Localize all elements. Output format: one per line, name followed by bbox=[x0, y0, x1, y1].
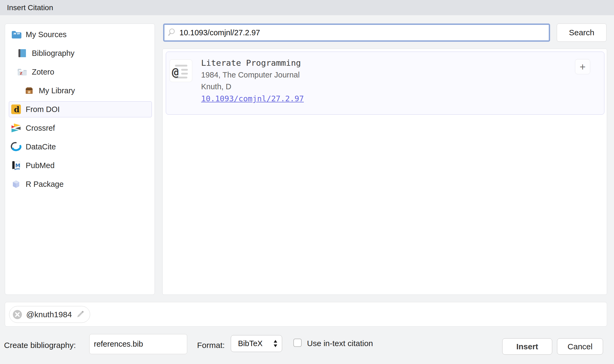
sidebar-item-label: PubMed bbox=[26, 161, 55, 170]
svg-text:@: @ bbox=[172, 65, 179, 79]
result-title: Literate Programming bbox=[201, 57, 304, 69]
citation-chip[interactable]: @knuth1984 bbox=[9, 306, 90, 323]
svg-text:””: ”” bbox=[13, 32, 20, 38]
select-arrows-icon bbox=[273, 339, 278, 348]
crossref-icon bbox=[11, 123, 21, 133]
format-select-value: BibTeX bbox=[238, 339, 263, 348]
add-citation-button[interactable]: + bbox=[575, 59, 590, 74]
svg-text:z: z bbox=[20, 70, 22, 76]
sidebar-item-label: Bibliography bbox=[32, 49, 75, 58]
citation-chip-label: @knuth1984 bbox=[26, 310, 72, 319]
insert-button[interactable]: Insert bbox=[502, 338, 552, 355]
result-doi-link[interactable]: 10.1093/comjnl/27.2.97 bbox=[201, 94, 304, 103]
sidebar-item-label: From DOI bbox=[26, 105, 60, 114]
datacite-icon bbox=[11, 141, 21, 152]
sidebar-item-label: My Library bbox=[39, 86, 75, 95]
result-meta: 1984, The Computer Journal bbox=[201, 69, 304, 81]
dialog-titlebar: Insert Citation bbox=[0, 0, 614, 15]
sidebar-item-pubmed[interactable]: M PubMed bbox=[9, 157, 152, 173]
result-author: Knuth, D bbox=[201, 81, 304, 92]
create-bibliography-label: Create bibliography: bbox=[4, 341, 76, 350]
sidebar-item-my-sources[interactable]: ”” My Sources bbox=[9, 26, 152, 42]
sources-sidebar: ”” My Sources Bibliography z Zotero bbox=[5, 24, 155, 295]
use-intext-checkbox[interactable] bbox=[293, 339, 302, 347]
search-input[interactable] bbox=[177, 28, 549, 37]
sidebar-item-from-doi[interactable]: d From DOI bbox=[9, 101, 152, 117]
pubmed-icon: M bbox=[11, 160, 21, 171]
sidebar-item-my-library[interactable]: z My Library bbox=[9, 83, 152, 99]
sidebar-item-zotero[interactable]: z Zotero bbox=[9, 64, 152, 80]
svg-text:M: M bbox=[15, 162, 20, 168]
bibliography-file-input[interactable] bbox=[90, 334, 187, 354]
bibliography-icon bbox=[17, 48, 28, 59]
sidebar-item-label: Crossref bbox=[26, 124, 55, 133]
svg-text:z: z bbox=[28, 91, 30, 94]
edit-citation-icon[interactable] bbox=[76, 311, 84, 319]
search-icon bbox=[168, 28, 177, 37]
sidebar-item-label: My Sources bbox=[26, 30, 67, 39]
sidebar-item-crossref[interactable]: Crossref bbox=[9, 120, 152, 136]
remove-citation-icon[interactable] bbox=[13, 310, 22, 319]
doi-search-field bbox=[163, 24, 550, 42]
my-sources-icon: ”” bbox=[11, 29, 21, 40]
zotero-icon: z bbox=[17, 67, 28, 77]
bibliography-file-field bbox=[89, 334, 187, 354]
sidebar-item-bibliography[interactable]: Bibliography bbox=[9, 45, 152, 61]
sidebar-item-label: R Package bbox=[26, 180, 64, 189]
sidebar-item-label: Zotero bbox=[32, 68, 54, 76]
sidebar-item-datacite[interactable]: DataCite bbox=[9, 139, 152, 155]
results-panel: @ Literate Programming 1984, The Compute… bbox=[162, 49, 607, 295]
citation-source-icon: @ bbox=[170, 59, 192, 82]
sidebar-item-label: DataCite bbox=[26, 142, 56, 151]
dialog-title: Insert Citation bbox=[7, 3, 53, 12]
sidebar-item-r-package[interactable]: R Package bbox=[9, 176, 152, 192]
citation-result-card[interactable]: @ Literate Programming 1984, The Compute… bbox=[166, 52, 604, 115]
format-label: Format: bbox=[197, 341, 225, 350]
format-select[interactable]: BibTeX bbox=[231, 335, 282, 352]
selected-citations-bar: @knuth1984 bbox=[5, 302, 607, 327]
my-library-icon: z bbox=[24, 85, 34, 96]
cancel-button[interactable]: Cancel bbox=[557, 338, 603, 355]
search-button[interactable]: Search bbox=[557, 24, 607, 42]
r-package-icon bbox=[11, 179, 21, 189]
use-intext-label: Use in-text citation bbox=[307, 339, 373, 348]
doi-icon: d bbox=[11, 104, 21, 115]
svg-text:d: d bbox=[14, 105, 20, 114]
